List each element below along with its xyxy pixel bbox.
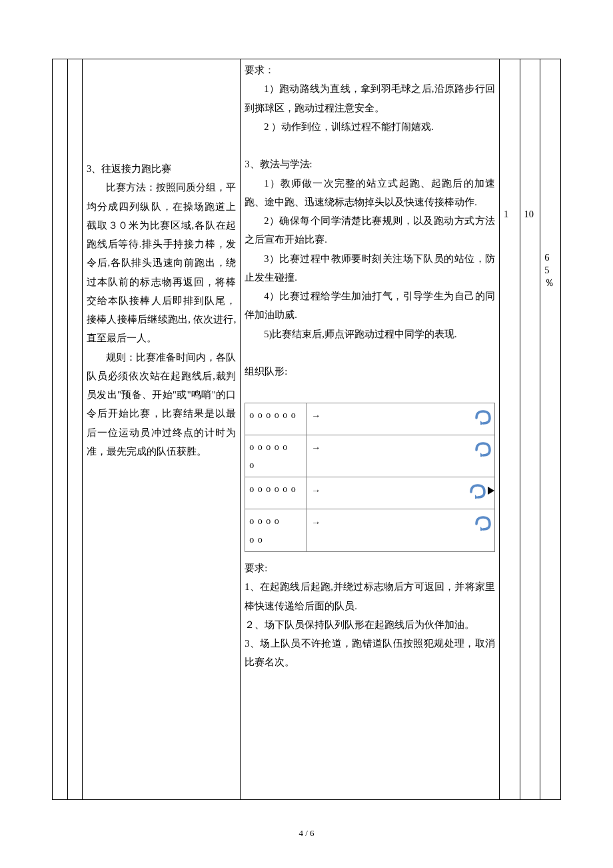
method-item-5: 5)比赛结束后,师点评跑动过程中同学的表现. — [245, 325, 495, 343]
u-turn-icon — [474, 441, 492, 457]
page-number: 4 / 6 — [0, 825, 613, 841]
arrow-right-icon: → — [311, 513, 320, 531]
formation-row: o o o o o o → — [245, 403, 495, 435]
arrow-right-icon: → — [311, 407, 320, 425]
column-e: 10 — [520, 59, 540, 800]
req-item-1: 1）跑动路线为直线，拿到羽毛球之后,沿原路步行回到掷球区，跑动过程注意安全。 — [245, 79, 495, 117]
page: 3、往返接力跑比赛 比赛方法：按照同质分组，平均分成四列纵队，在操场跑道上截取３… — [0, 0, 613, 868]
formation-row: o o o o o o → — [245, 477, 495, 509]
req2-item-2: ２、场下队员保持队列队形在起跑线后为伙伴加油。 — [245, 615, 495, 634]
value-f2: 5 — [544, 264, 556, 277]
method-item-2: 2）确保每个同学清楚比赛规则，以及跑动方式方法之后宣布开始比赛. — [245, 211, 495, 249]
requirements-label: 要求： — [245, 61, 495, 79]
column-f: 6 5 ％ — [540, 59, 561, 800]
requirements2-label: 要求: — [245, 559, 495, 577]
req-item-2: 2 ）动作到位，训练过程不能打闹嬉戏. — [245, 117, 495, 136]
formation-row: o o o o oo → — [245, 435, 495, 477]
col-spacer-1 — [53, 59, 68, 800]
left-section3-para1: 比赛方法：按照同质分组，平均分成四列纵队，在操场跑道上截取３０米为比赛区域,各队… — [87, 178, 236, 347]
method-item-3: 3）比赛过程中教师要时刻关注场下队员的站位，防止发生碰撞. — [245, 249, 495, 287]
formation-dots: o o o o o o — [249, 410, 297, 420]
u-turn-icon — [474, 409, 492, 425]
section3-method-label: 3、教法与学法: — [245, 155, 495, 173]
left-section3-para2: 规则：比赛准备时间内，各队队员必须依次站在起跑线后,裁判员发出"预备、开始"或"… — [87, 348, 236, 461]
value-e: 10 — [524, 209, 534, 219]
column-d: 1 — [499, 59, 520, 800]
lesson-plan-table: 3、往返接力跑比赛 比赛方法：按照同质分组，平均分成四列纵队，在操场跑道上截取３… — [52, 59, 561, 800]
u-turn-icon — [469, 483, 486, 499]
marker-triangle-icon — [488, 487, 494, 495]
value-d: 1 — [504, 209, 508, 219]
activity-content-cell: 3、往返接力跑比赛 比赛方法：按照同质分组，平均分成四列纵队，在操场跑道上截取３… — [83, 59, 241, 800]
formation-dots: o o o o o o — [249, 484, 297, 494]
req2-item-1: 1、在起跑线后起跑,并绕过标志物后方可返回，并将家里棒快速传递给后面的队员. — [245, 577, 495, 615]
left-section3-title: 3、往返接力跑比赛 — [87, 159, 236, 178]
formation-dots: o o o o o — [249, 442, 288, 452]
req2-item-3: 3、场上队员不许抢道，跑错道队伍按照犯规处理，取消比赛名次。 — [245, 634, 495, 672]
value-f1: 6 — [544, 251, 556, 264]
method-cell: 要求： 1）跑动路线为直线，拿到羽毛球之后,沿原路步行回到掷球区，跑动过程注意安… — [241, 59, 500, 800]
u-turn-icon — [474, 515, 492, 531]
formation-row: o o o oo o → — [245, 509, 495, 552]
arrow-right-icon: → — [311, 439, 320, 457]
method-item-1: 1）教师做一次完整的站立式起跑、起跑后的加速跑、途中跑、迅速绕标志物掉头以及快速… — [245, 174, 495, 212]
value-f3: ％ — [544, 277, 556, 289]
formation-dots: o o o o — [249, 516, 280, 526]
formation-label: 组织队形: — [245, 362, 495, 381]
col-spacer-2 — [67, 59, 83, 800]
arrow-right-icon: → — [311, 481, 320, 499]
formation-table: o o o o o o → o o o o oo → — [245, 403, 495, 552]
method-item-4: 4）比赛过程给学生加油打气，引导学生为自己的同伴加油助威. — [245, 287, 495, 325]
